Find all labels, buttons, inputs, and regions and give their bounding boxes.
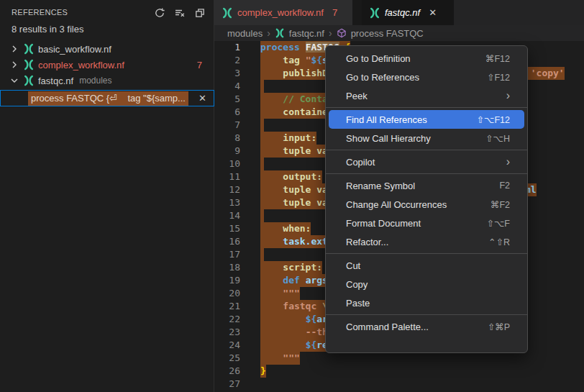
menu-item-peek[interactable]: Peek›	[329, 86, 524, 105]
menu-item-change-all-occurrences[interactable]: Change All Occurrences⌘F2	[329, 195, 524, 214]
code-line[interactable]: 25 """	[214, 352, 584, 365]
breadcrumb-separator: ›	[328, 27, 333, 39]
menu-item-label: Go to Definition	[346, 53, 485, 64]
code-line[interactable]: 27	[214, 378, 584, 391]
menu-item-command-palette[interactable]: Command Palette...⇧⌘P	[329, 317, 524, 336]
menu-item-go-to-references[interactable]: Go to References⇧F12	[329, 68, 524, 86]
code-line-text	[260, 119, 264, 132]
nextflow-icon	[23, 43, 35, 55]
menu-item-show-call-hierarchy[interactable]: Show Call Hierarchy⇧⌥H	[329, 129, 524, 147]
code-line-text: when:	[260, 222, 311, 235]
submenu-arrow-icon: ›	[506, 90, 510, 101]
menu-item-label: Format Document	[346, 218, 486, 229]
menu-item-paste[interactable]: Paste	[329, 293, 524, 312]
tree-item-fastqc[interactable]: fastqc.nf modules	[0, 73, 214, 88]
menu-item-copy[interactable]: Copy	[329, 275, 524, 293]
nextflow-icon	[369, 7, 380, 19]
menu-item-label: Go to References	[346, 72, 487, 83]
line-number: 19	[214, 274, 240, 287]
code-line-text: input:	[260, 132, 316, 145]
line-number: 13	[214, 196, 240, 209]
tab-complex-workflow[interactable]: complex_workflow.nf 7	[214, 0, 352, 25]
menu-item-label: Paste	[346, 298, 510, 309]
menu-item-label: Copilot	[346, 157, 506, 168]
clear-results-icon[interactable]	[173, 6, 187, 20]
breadcrumb-item-symbol[interactable]: process FASTQC	[351, 28, 424, 39]
line-number: 14	[214, 209, 240, 222]
line-number: 5	[214, 93, 240, 106]
menu-separator	[326, 173, 527, 174]
line-number: 23	[214, 326, 240, 339]
menu-item-go-to-definition[interactable]: Go to Definition⌘F12	[329, 49, 524, 68]
nextflow-icon	[275, 28, 286, 39]
menu-item-label: Rename Symbol	[346, 181, 499, 191]
tree-item-basic-workflow[interactable]: basic_workflow.nf	[0, 41, 214, 57]
menu-item-shortcut: ⌘F2	[491, 199, 510, 210]
refresh-icon[interactable]	[152, 6, 167, 20]
menu-item-copilot[interactable]: Copilot›	[329, 152, 524, 171]
menu-item-shortcut: ⇧⌥F12	[477, 114, 510, 125]
code-line-text: output:	[260, 170, 322, 183]
nextflow-icon	[23, 59, 35, 70]
code-line[interactable]: 26}	[214, 365, 584, 378]
close-icon[interactable]: ✕	[199, 93, 206, 104]
line-number: 8	[214, 132, 240, 145]
breadcrumb-item-modules[interactable]: modules	[227, 28, 263, 39]
code-line-text: fastqc \	[260, 300, 328, 313]
problem-count-badge: 7	[197, 60, 202, 70]
tree-item-complex-workflow[interactable]: complex_workflow.nf 7	[0, 57, 214, 73]
line-number: 6	[214, 106, 240, 119]
menu-item-label: Refactor...	[346, 237, 488, 247]
tab-fastqc[interactable]: fastqc.nf ✕	[362, 0, 454, 25]
line-number: 3	[214, 67, 240, 80]
chevron-right-icon[interactable]	[9, 43, 20, 55]
menu-item-format-document[interactable]: Format Document⇧⌥F	[329, 214, 524, 232]
line-number: 11	[214, 170, 240, 183]
tab-bar: complex_workflow.nf 7 fastqc.nf ✕	[214, 0, 584, 25]
menu-item-shortcut: ⌘F12	[485, 53, 510, 64]
breadcrumb-separator: ›	[266, 27, 271, 39]
line-number: 4	[214, 80, 240, 93]
menu-separator	[326, 107, 527, 108]
menu-item-rename-symbol[interactable]: Rename SymbolF2	[329, 176, 524, 195]
menu-separator	[326, 253, 527, 254]
line-number: 1	[214, 41, 240, 54]
collapse-all-icon[interactable]	[193, 6, 207, 20]
breadcrumb-item-file[interactable]: fastqc.nf	[289, 28, 324, 39]
line-number: 24	[214, 339, 240, 352]
results-summary: 8 results in 3 files	[12, 24, 83, 35]
line-number: 15	[214, 222, 240, 235]
code-line-text	[260, 158, 264, 170]
chevron-down-icon[interactable]	[9, 75, 20, 86]
menu-item-find-all-references[interactable]: Find All References⇧⌥F12	[329, 110, 524, 129]
close-icon[interactable]: ✕	[429, 7, 437, 18]
nextflow-icon	[222, 7, 233, 19]
reference-result-selected[interactable]: process FASTQC {⏎ tag "${samp... ✕	[0, 90, 214, 106]
file-description: modules	[79, 76, 111, 86]
tab-label: fastqc.nf	[385, 7, 420, 18]
code-line-text	[260, 209, 264, 222]
line-number: 26	[214, 365, 240, 378]
breadcrumb: modules › fastqc.nf › process FASTQC	[214, 25, 584, 41]
reference-match-text: process FASTQC {⏎ tag "${samp...	[28, 91, 188, 106]
code-line-text	[260, 248, 264, 261]
chevron-right-icon[interactable]	[9, 59, 20, 70]
panel-toolbar	[152, 6, 207, 20]
code-line-text: """	[260, 287, 300, 300]
file-label: fastqc.nf	[38, 76, 73, 86]
problem-count-badge: 7	[332, 7, 337, 18]
line-number: 12	[214, 183, 240, 196]
tab-label: complex_workflow.nf	[237, 7, 324, 18]
line-number: 22	[214, 313, 240, 326]
menu-item-cut[interactable]: Cut	[329, 256, 524, 275]
line-number: 20	[214, 287, 240, 300]
file-label: basic_workflow.nf	[38, 44, 111, 55]
menu-item-refactor[interactable]: Refactor...⌃⇧R	[329, 232, 524, 251]
line-number: 9	[214, 145, 240, 158]
panel-title: REFERENCES	[12, 8, 68, 17]
menu-item-shortcut: F2	[499, 181, 510, 191]
line-number: 21	[214, 300, 240, 313]
line-number: 2	[214, 54, 240, 67]
references-panel: REFERENCES 8 results in 3 files basic_wo…	[0, 0, 214, 392]
file-label: complex_workflow.nf	[38, 60, 124, 70]
